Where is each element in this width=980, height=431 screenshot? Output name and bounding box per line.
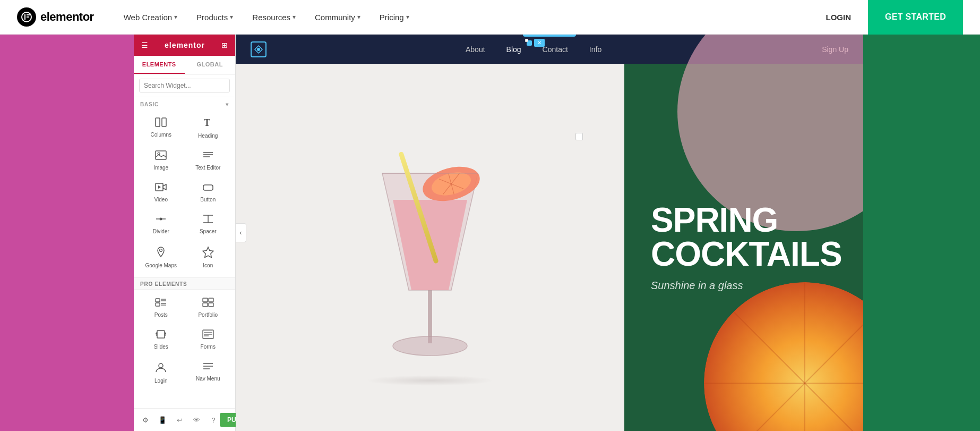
widget-label: Posts (154, 312, 168, 318)
login-button[interactable]: LOGIN (817, 9, 859, 26)
chevron-down-icon: ▾ (230, 13, 233, 21)
logo[interactable]: elementor (17, 7, 94, 27)
preview-icon[interactable]: 👁 (190, 413, 203, 426)
widget-forms[interactable]: Forms (185, 324, 231, 354)
settings-icon[interactable]: ⚙ (139, 413, 152, 426)
get-started-button[interactable]: GET STARTED (868, 0, 963, 35)
search-input[interactable] (139, 79, 230, 92)
widget-icon[interactable]: Icon (185, 240, 231, 273)
logo-text: elementor (40, 10, 94, 24)
history-icon[interactable]: ↩ (173, 413, 186, 426)
hero-section: SPRING COCKTAILS Sunshine in a glass (236, 64, 863, 431)
preview-nav-contact[interactable]: Contact (543, 45, 568, 54)
svg-point-37 (159, 364, 163, 368)
canvas-area: ‹ ✕ About Blog Co (236, 35, 863, 431)
widget-label: Slides (154, 344, 168, 350)
widget-label: Button (200, 197, 216, 202)
spacer-icon (202, 214, 214, 226)
widget-label: Image (153, 165, 168, 171)
section-pro-label: PRO ELEMENTS (134, 277, 235, 290)
widget-label: Icon (203, 263, 213, 268)
panel-menu-icon[interactable]: ☰ (141, 41, 148, 49)
help-icon[interactable]: ? (207, 413, 220, 426)
widget-label: Nav Menu (196, 376, 220, 382)
svg-text:T: T (204, 117, 210, 128)
nav-products[interactable]: Products ▾ (188, 9, 242, 26)
svg-rect-5 (162, 118, 166, 126)
widget-label: Forms (201, 344, 216, 350)
section-basic-label: BASIC ▾ (134, 97, 235, 109)
nav-items: Web Creation ▾ Products ▾ Resources ▾ Co… (115, 9, 818, 26)
widget-posts[interactable]: Posts (138, 292, 184, 323)
preview-nav-blog[interactable]: Blog (506, 45, 521, 54)
widget-label: Divider (153, 229, 169, 234)
tab-elements[interactable]: ELEMENTS (134, 56, 185, 74)
svg-rect-29 (209, 298, 213, 302)
svg-rect-30 (203, 303, 208, 307)
widget-label: Video (154, 197, 168, 202)
panel-grid-icon[interactable]: ⊞ (221, 41, 228, 49)
widget-login[interactable]: Login (138, 356, 184, 388)
svg-marker-21 (203, 247, 213, 258)
svg-rect-31 (209, 303, 213, 307)
cocktail-image (350, 109, 510, 386)
responsive-icon[interactable]: 📱 (156, 413, 169, 426)
text-editor-icon (202, 150, 214, 163)
chevron-down-icon: ▾ (174, 13, 177, 21)
nav-community[interactable]: Community ▾ (306, 9, 369, 26)
nav-web-creation[interactable]: Web Creation ▾ (115, 9, 186, 26)
chevron-down-icon: ▾ (406, 13, 409, 21)
login-icon (155, 361, 167, 376)
preview-nav-info[interactable]: Info (589, 45, 601, 54)
section-arrow-icon[interactable]: ▾ (226, 102, 229, 107)
svg-rect-28 (203, 298, 208, 302)
widget-label: Spacer (200, 229, 217, 234)
widget-label: Login (154, 378, 167, 384)
widget-label: Google Maps (145, 263, 177, 268)
widget-divider[interactable]: Divider (138, 208, 184, 239)
widget-nav-menu[interactable]: Nav Menu (185, 356, 231, 388)
nav-selection-bar (523, 35, 576, 37)
widget-grid-pro: Posts Portfolio (134, 290, 235, 391)
svg-rect-32 (157, 331, 165, 338)
editor-panel: ☰ elementor ⊞ ELEMENTS GLOBAL BASIC ▾ (134, 35, 236, 431)
svg-rect-7 (156, 151, 166, 159)
widget-button[interactable]: Button (185, 176, 231, 207)
main-content: ☰ elementor ⊞ ELEMENTS GLOBAL BASIC ▾ (0, 35, 980, 431)
svg-rect-25 (156, 303, 160, 306)
svg-rect-2 (27, 14, 30, 15)
nav-pricing[interactable]: Pricing ▾ (371, 9, 418, 26)
widget-spacer[interactable]: Spacer (185, 208, 231, 239)
widget-text-editor[interactable]: Text Editor (185, 145, 231, 175)
divider-icon (155, 214, 167, 226)
preview-nav-about[interactable]: About (466, 45, 485, 54)
widget-label: Columns (151, 132, 171, 138)
widget-video[interactable]: Video (138, 176, 184, 207)
tab-global[interactable]: GLOBAL (185, 56, 236, 74)
widget-slides[interactable]: Slides (138, 324, 184, 354)
hero-text: SPRING COCKTAILS Sunshine in a glass (651, 203, 842, 292)
nav-resources[interactable]: Resources ▾ (244, 9, 304, 26)
svg-rect-22 (156, 299, 160, 302)
widget-heading[interactable]: T Heading (185, 112, 231, 143)
widget-columns[interactable]: Columns (138, 112, 184, 143)
chevron-down-icon: ▾ (357, 13, 360, 21)
preview-signup[interactable]: Sign Up (822, 45, 848, 54)
slides-icon (155, 329, 167, 342)
portfolio-icon (202, 298, 214, 310)
panel-toggle-button[interactable]: ‹ (236, 223, 246, 242)
widget-image[interactable]: Image (138, 145, 184, 175)
svg-marker-13 (158, 185, 161, 189)
columns-icon (155, 117, 167, 130)
left-bg (0, 35, 134, 431)
grapefruit-decor (704, 282, 863, 431)
nav-menu-icon (202, 361, 214, 374)
widget-google-maps[interactable]: Google Maps (138, 240, 184, 273)
resize-handle[interactable] (575, 133, 583, 140)
widget-portfolio[interactable]: Portfolio (185, 292, 231, 323)
posts-icon (155, 298, 167, 310)
cocktail-glass-svg (366, 131, 494, 386)
hero-subtitle: Sunshine in a glass (651, 280, 842, 292)
svg-point-41 (257, 48, 260, 51)
svg-rect-1 (24, 14, 25, 20)
